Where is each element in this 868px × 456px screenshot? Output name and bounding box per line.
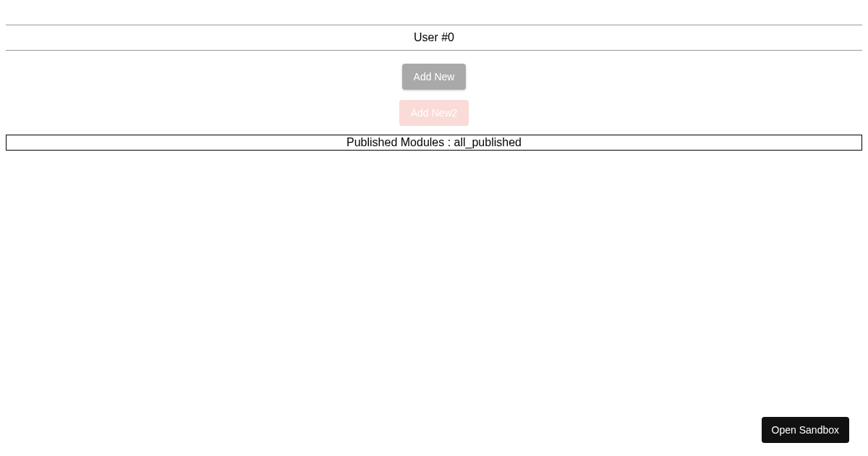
published-modules-box: Published Modules : all_published	[6, 135, 862, 151]
button-group: Add New Add New2	[0, 64, 868, 126]
open-sandbox-button[interactable]: Open Sandbox	[762, 417, 849, 443]
add-new-button[interactable]: Add New	[402, 64, 467, 90]
add-new-2-button[interactable]: Add New2	[399, 100, 469, 126]
divider-bottom	[6, 50, 862, 51]
user-label: User #0	[0, 25, 868, 50]
